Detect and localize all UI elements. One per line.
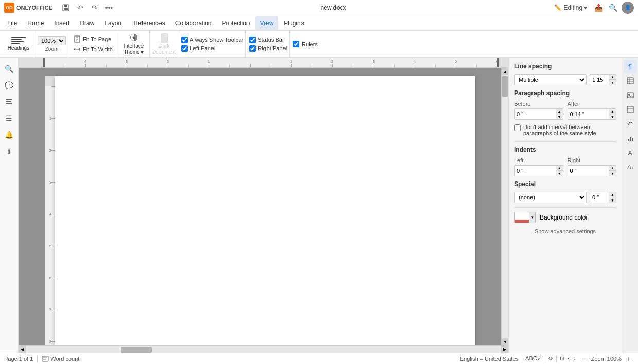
special-value-input[interactable] <box>590 193 609 202</box>
menu-layout[interactable]: Layout <box>99 16 128 30</box>
before-up-button[interactable]: ▲ <box>556 109 563 114</box>
dont-add-checkbox-row[interactable]: Don't add interval between paragraphs of… <box>514 124 616 136</box>
status-bar-label[interactable]: Status Bar <box>249 37 287 43</box>
after-down-button[interactable]: ▼ <box>609 114 616 119</box>
word-count-container[interactable]: Word count <box>42 356 79 362</box>
right-paragraph-button[interactable]: ¶ <box>624 60 637 73</box>
menu-protection[interactable]: Protection <box>217 16 255 30</box>
menu-file[interactable]: File <box>2 16 22 30</box>
doc-scroll[interactable] <box>19 68 501 345</box>
menu-plugins[interactable]: Plugins <box>278 16 309 30</box>
track-changes-button[interactable]: ⟳ <box>548 355 553 362</box>
show-advanced-link[interactable]: Show advanced settings <box>514 228 616 234</box>
left-panel-label[interactable]: Left Panel <box>181 45 243 52</box>
zoom-out-button[interactable]: − <box>579 354 589 364</box>
menu-insert[interactable]: Insert <box>49 16 75 30</box>
indent-right-arrows: ▲ ▼ <box>609 166 616 176</box>
scroll-thumb[interactable] <box>502 76 508 97</box>
more-button[interactable]: ••• <box>103 2 115 13</box>
h-line-2 <box>11 39 22 40</box>
special-type-select[interactable]: (none) First line Hanging <box>514 192 587 203</box>
indent-left-up-button[interactable]: ▲ <box>556 166 563 171</box>
line-spacing-up-button[interactable]: ▲ <box>609 75 616 80</box>
indent-right-input[interactable] <box>568 167 609 175</box>
right-table-button[interactable] <box>624 74 637 87</box>
menu-references[interactable]: References <box>128 16 170 30</box>
rulers-label[interactable]: Rulers <box>293 41 318 47</box>
line-spacing-controls: Multiple Single 1.5 lines Double At leas… <box>514 74 616 85</box>
doc-page[interactable] <box>55 76 475 345</box>
always-show-toolbar-label[interactable]: Always Show Toolbar <box>181 37 243 43</box>
zoom-controls: − Zoom 100% + <box>579 354 634 364</box>
before-arrows: ▲ ▼ <box>556 109 563 119</box>
indent-right-up-button[interactable]: ▲ <box>609 166 616 171</box>
indent-right-down-button[interactable]: ▼ <box>609 171 616 176</box>
zoom-in-button[interactable]: + <box>624 354 634 364</box>
sidebar-search-button[interactable]: 🔍 <box>2 62 16 76</box>
spell-check-button[interactable]: ABC✓ <box>525 355 542 362</box>
right-panel-label[interactable]: Right Panel <box>249 45 287 52</box>
sidebar-headings-button[interactable] <box>2 95 16 109</box>
left-panel-checkbox[interactable] <box>181 45 188 52</box>
sidebar-info-button[interactable]: ℹ <box>2 144 16 158</box>
special-up-button[interactable]: ▲ <box>609 192 616 197</box>
headings-button[interactable]: Headings <box>5 33 32 56</box>
editing-button[interactable]: ✏️ Editing ▾ <box>551 3 590 12</box>
scroll-right-button[interactable]: ▶ <box>501 346 508 353</box>
special-title: Special <box>514 180 616 188</box>
color-swatch-container[interactable]: ▾ <box>514 212 536 223</box>
right-panel-checkbox[interactable] <box>249 45 256 52</box>
share-button[interactable]: 📤 <box>592 2 605 13</box>
zoom-select[interactable]: 100% ▾ 50% 75% 125% 150% 200% <box>38 36 66 45</box>
always-show-toolbar-checkbox[interactable] <box>181 37 188 43</box>
line-spacing-value-input[interactable] <box>590 76 609 84</box>
fit-to-page-button[interactable]: Fit To Page <box>72 34 115 44</box>
save-button[interactable] <box>60 2 72 13</box>
right-text-button[interactable]: A <box>624 146 637 159</box>
after-up-button[interactable]: ▲ <box>609 109 616 114</box>
menu-collaboration[interactable]: Collaboration <box>170 16 217 30</box>
before-input[interactable] <box>515 110 556 118</box>
menu-home[interactable]: Home <box>22 16 49 30</box>
right-chart-button[interactable] <box>624 132 637 145</box>
menu-view[interactable]: View <box>255 16 279 30</box>
rulers-checkbox[interactable] <box>293 41 299 47</box>
line-spacing-type-select[interactable]: Multiple Single 1.5 lines Double At leas… <box>514 74 587 85</box>
sidebar-list-button[interactable]: ☰ <box>2 111 16 125</box>
indent-left-input[interactable] <box>515 167 556 175</box>
line-spacing-down-button[interactable]: ▼ <box>609 80 616 85</box>
fit-to-width-button[interactable]: Fit To Width <box>72 45 115 54</box>
menu-draw[interactable]: Draw <box>75 16 99 30</box>
dark-document-button[interactable]: DarkDocument <box>153 33 175 56</box>
undo-button[interactable]: ↶ <box>74 2 86 13</box>
right-layout-button[interactable] <box>624 103 637 116</box>
right-undo-button[interactable]: ↶ <box>624 117 637 131</box>
redo-button[interactable]: ↷ <box>88 2 101 13</box>
before-down-button[interactable]: ▼ <box>556 114 563 119</box>
bg-color-label: Background color <box>540 214 588 221</box>
right-signature-button[interactable] <box>624 160 637 174</box>
svg-rect-17 <box>42 356 48 361</box>
search-button[interactable]: 🔍 <box>607 3 619 13</box>
fit-width-status-button[interactable]: ⟺ <box>568 355 576 362</box>
color-dropdown-arrow[interactable]: ▾ <box>529 212 535 223</box>
language-indicator[interactable]: English – United States <box>460 356 519 362</box>
after-input[interactable] <box>568 110 609 118</box>
scroll-up-button[interactable]: ▲ <box>502 68 508 75</box>
scroll-left-button[interactable]: ◀ <box>19 346 26 353</box>
right-image-button[interactable] <box>624 88 637 102</box>
status-bar-checkbox[interactable] <box>249 37 256 43</box>
special-down-button[interactable]: ▼ <box>609 197 616 203</box>
interface-theme-button[interactable]: InterfaceTheme ▾ <box>120 33 147 56</box>
sidebar-notifications-button[interactable]: 🔔 <box>2 128 16 142</box>
toolbar-group-checkboxes3: Rulers <box>291 31 320 57</box>
indent-left-down-button[interactable]: ▼ <box>556 171 563 176</box>
status-sep-1 <box>37 355 38 362</box>
h-scroll-thumb[interactable] <box>121 347 152 353</box>
scroll-down-button[interactable]: ▼ <box>502 338 508 345</box>
fit-page-status-button[interactable]: ⊡ <box>560 355 564 362</box>
sidebar-comments-button[interactable]: 💬 <box>2 78 16 93</box>
dont-add-checkbox[interactable] <box>514 124 521 131</box>
sidebar-headings-icon <box>5 98 13 106</box>
checkbox-group-3: Rulers <box>293 39 318 49</box>
